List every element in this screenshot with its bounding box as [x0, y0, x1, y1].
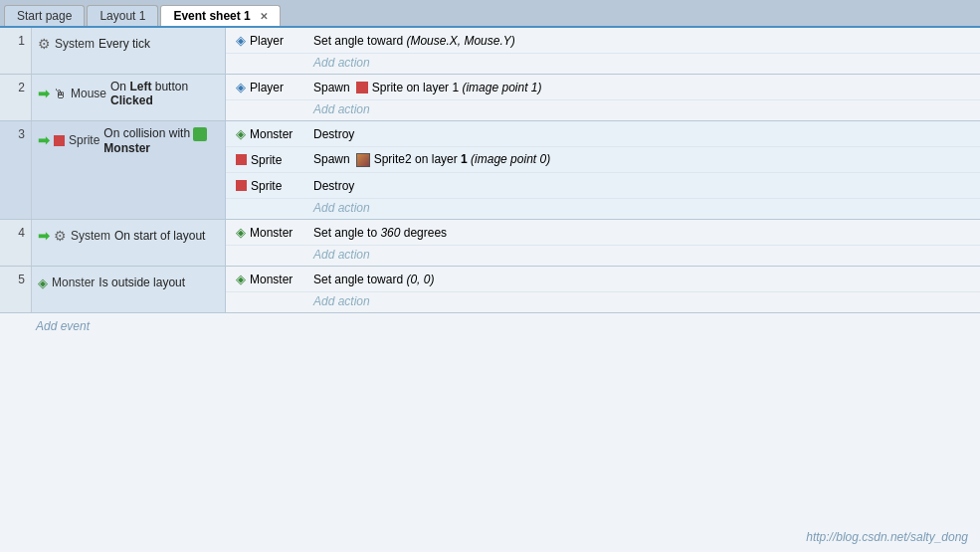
action-entry-1-1[interactable]: ◈ Player Set angle toward (Mouse.X, Mous… [226, 28, 980, 54]
event-row-2: 2 ➡ 🖱 Mouse On Left button Clicked ◈ Pla… [0, 75, 980, 121]
condition-entry-5[interactable]: ◈ Monster Is outside layout [32, 267, 225, 298]
condition-text-3: On collision with Monster [103, 126, 219, 155]
tab-event-sheet1[interactable]: Event sheet 1 ✕ [160, 5, 281, 26]
add-action-3[interactable]: Add action [226, 199, 980, 219]
tab-start-page[interactable]: Start page [4, 5, 85, 26]
event-row-3: 3 ➡ Sprite On collision with Monster ◈ M… [0, 121, 980, 220]
action-desc-3-1: Destroy [313, 127, 970, 141]
monster-icon-5: ◈ [236, 272, 246, 286]
row-number-1: 1 [0, 28, 32, 74]
condition-col-5: ◈ Monster Is outside layout [32, 267, 226, 312]
action-entry-3-3[interactable]: Sprite Destroy [226, 173, 980, 199]
action-desc-4-1: Set angle to 360 degrees [313, 226, 970, 240]
action-entry-5-1[interactable]: ◈ Monster Set angle toward (0, 0) [226, 267, 980, 292]
action-obj-sprite-3: Sprite [236, 179, 313, 193]
mouse-icon: 🖱 [54, 87, 67, 101]
condition-col-1: ⚙ System Every tick [32, 28, 226, 74]
action-entry-3-1[interactable]: ◈ Monster Destroy [226, 121, 980, 147]
tab-bar: Start page Layout 1 Event sheet 1 ✕ [0, 0, 980, 28]
add-action-5[interactable]: Add action [226, 292, 980, 312]
action-entry-2-1[interactable]: ◈ Player Spawn Sprite on layer 1 (image … [226, 75, 980, 100]
sprite-red-icon [54, 135, 65, 146]
arrow-icon-4: ➡ [38, 228, 50, 244]
condition-entry-1[interactable]: ⚙ System Every tick [32, 28, 225, 60]
action-obj-player-2: ◈ Player [236, 80, 313, 94]
action-obj-name-2: Player [250, 81, 284, 94]
condition-entry-2[interactable]: ➡ 🖱 Mouse On Left button Clicked [32, 75, 225, 112]
tab-layout1[interactable]: Layout 1 [87, 5, 158, 26]
action-obj-monster-5: ◈ Monster [236, 272, 313, 286]
action-obj-sprite-2: Sprite [236, 153, 313, 167]
condition-col-3: ➡ Sprite On collision with Monster [32, 121, 226, 219]
action-entry-3-2[interactable]: Sprite Spawn Sprite2 on layer 1 (image p… [226, 147, 980, 173]
condition-entry-3[interactable]: ➡ Sprite On collision with Monster [32, 121, 225, 160]
action-obj-name-3-2: Sprite [251, 153, 282, 167]
condition-text-5: Is outside layout [98, 276, 185, 289]
condition-col-2: ➡ 🖱 Mouse On Left button Clicked [32, 75, 226, 120]
condition-text-1: Every tick [98, 37, 150, 51]
action-desc-3-2: Spawn Sprite2 on layer 1 (image point 0) [313, 152, 970, 167]
add-action-1[interactable]: Add action [226, 54, 980, 74]
actions-col-3: ◈ Monster Destroy Sprite Spawn Sprite2 o… [226, 121, 980, 219]
condition-entry-4[interactable]: ➡ ⚙ System On start of layout [32, 220, 225, 252]
action-obj-player: ◈ Player [236, 33, 313, 48]
sprite-red-icon-3 [236, 180, 247, 191]
condition-object-5: Monster [52, 276, 95, 289]
condition-text-2: On Left button Clicked [110, 80, 219, 107]
event-row-4: 4 ➡ ⚙ System On start of layout ◈ Monste… [0, 220, 980, 267]
action-desc-2-1: Spawn Sprite on layer 1 (image point 1) [313, 81, 970, 94]
action-obj-name-3-1: Monster [250, 127, 293, 141]
add-event-row[interactable]: Add event [0, 313, 980, 339]
gear-icon: ⚙ [38, 36, 51, 52]
action-obj-monster-4: ◈ Monster [236, 225, 313, 240]
row-number-3: 3 [0, 121, 32, 219]
sprite-red-icon-2 [236, 154, 247, 165]
condition-text-4: On start of layout [114, 229, 205, 243]
row-number-4: 4 [0, 220, 32, 266]
condition-object-1: System [55, 37, 95, 51]
monster-icon-4: ◈ [236, 225, 246, 240]
condition-object-2: Mouse [71, 87, 106, 100]
action-obj-name-5-1: Monster [250, 273, 293, 286]
condition-object-4: System [71, 229, 110, 243]
row-number-2: 2 [0, 75, 32, 120]
actions-col-2: ◈ Player Spawn Sprite on layer 1 (image … [226, 75, 980, 120]
actions-col-4: ◈ Monster Set angle to 360 degrees Add a… [226, 220, 980, 266]
action-obj-monster-1: ◈ Monster [236, 126, 313, 141]
event-row-5: 5 ◈ Monster Is outside layout ◈ Monster … [0, 267, 980, 313]
action-desc-5-1: Set angle toward (0, 0) [313, 273, 970, 286]
tab-close-icon[interactable]: ✕ [260, 11, 268, 22]
actions-col-5: ◈ Monster Set angle toward (0, 0) Add ac… [226, 267, 980, 312]
player-icon: ◈ [236, 33, 246, 48]
add-action-2[interactable]: Add action [226, 100, 980, 120]
player-icon-2: ◈ [236, 80, 246, 94]
condition-object-3: Sprite [69, 133, 99, 147]
action-obj-name: Player [250, 34, 284, 48]
monster-icon-5-cond: ◈ [38, 276, 48, 290]
monster-icon-1: ◈ [236, 126, 246, 141]
main-content: 1 ⚙ System Every tick ◈ Player Set angle… [0, 28, 980, 552]
action-desc-1-1: Set angle toward (Mouse.X, Mouse.Y) [313, 34, 970, 48]
action-obj-name-3-3: Sprite [251, 179, 282, 193]
action-obj-name-4-1: Monster [250, 226, 293, 240]
arrow-icon-2: ➡ [38, 86, 50, 101]
row-number-5: 5 [0, 267, 32, 312]
actions-col-1: ◈ Player Set angle toward (Mouse.X, Mous… [226, 28, 980, 74]
event-row-1: 1 ⚙ System Every tick ◈ Player Set angle… [0, 28, 980, 75]
add-action-4[interactable]: Add action [226, 246, 980, 266]
watermark: http://blog.csdn.net/salty_dong [806, 530, 968, 544]
arrow-icon-3: ➡ [38, 132, 50, 148]
action-desc-3-3: Destroy [313, 179, 970, 193]
condition-col-4: ➡ ⚙ System On start of layout [32, 220, 226, 266]
gear-icon-4: ⚙ [54, 228, 67, 244]
action-entry-4-1[interactable]: ◈ Monster Set angle to 360 degrees [226, 220, 980, 246]
